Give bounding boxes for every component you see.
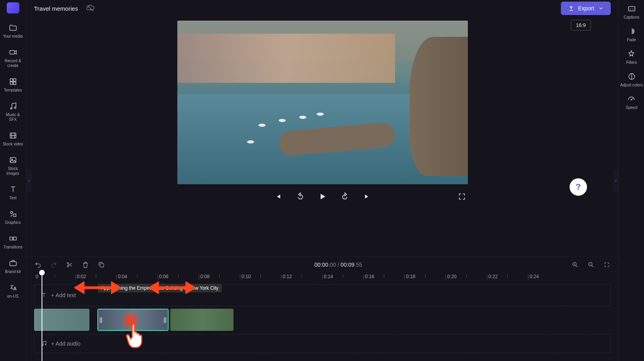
main-area: Travel memories Export 16:9 xyxy=(26,0,619,361)
tick-label: 0:18 xyxy=(406,274,415,279)
right-item-adjust-colors[interactable]: Adjust colors xyxy=(620,72,643,87)
camera-icon xyxy=(8,48,18,57)
audio-track[interactable]: + Add audio xyxy=(34,334,611,353)
svg-rect-3 xyxy=(10,82,12,84)
sidebar-item-stock-images[interactable]: Stock images xyxy=(1,152,25,179)
right-item-fade[interactable]: Fade xyxy=(627,27,636,42)
text-icon xyxy=(8,185,18,194)
svg-point-6 xyxy=(14,107,16,109)
video-preview[interactable] xyxy=(177,21,468,184)
tick-label: 0:10 xyxy=(241,274,251,279)
sidebar-label: Record & create xyxy=(2,59,24,68)
sidebar-label: Text xyxy=(9,196,16,201)
skip-forward-icon[interactable] xyxy=(361,191,373,202)
playhead[interactable] xyxy=(42,270,47,361)
language-icon xyxy=(8,283,18,292)
sidebar-item-your-media[interactable]: Your media xyxy=(1,20,25,42)
sidebar-label: Templates xyxy=(4,88,22,93)
filters-icon xyxy=(627,49,636,59)
aspect-ratio-badge[interactable]: 16:9 xyxy=(571,20,591,31)
playback-controls xyxy=(177,191,468,202)
tick-label: 0 xyxy=(36,274,38,279)
tick-label: 0:14 xyxy=(324,274,333,279)
sidebar-label: Graphics xyxy=(5,220,21,225)
svg-rect-17 xyxy=(100,264,104,267)
right-item-speed[interactable]: Speed xyxy=(626,94,637,110)
sidebar-item-transitions[interactable]: Transitions xyxy=(1,231,25,253)
app-logo[interactable] xyxy=(7,2,19,13)
speed-icon xyxy=(627,94,636,104)
video-clip-3[interactable] xyxy=(170,309,234,331)
right-sidebar: Captions Fade Filters Adjust colors Spee… xyxy=(619,0,644,361)
svg-rect-13 xyxy=(13,237,16,240)
svg-rect-11 xyxy=(13,214,15,216)
svg-point-15 xyxy=(67,262,69,264)
briefcase-icon xyxy=(8,258,18,268)
scissors-icon[interactable] xyxy=(66,261,74,269)
sidebar-label: Stock images xyxy=(2,166,24,176)
svg-rect-2 xyxy=(13,79,15,81)
svg-rect-12 xyxy=(9,237,12,240)
tick-label: 0:16 xyxy=(365,274,374,279)
svg-rect-4 xyxy=(13,82,15,84)
timeline-toolbar: 00:00.00 / 00:09.55 xyxy=(26,256,619,272)
svg-rect-22 xyxy=(628,7,635,11)
music-icon xyxy=(8,101,18,111)
fullscreen-icon[interactable] xyxy=(456,191,468,202)
expand-right-panel-handle[interactable] xyxy=(613,169,619,193)
expand-left-panel-handle[interactable] xyxy=(26,169,32,193)
cloud-off-icon[interactable] xyxy=(86,4,95,13)
skip-back-icon[interactable] xyxy=(272,191,284,202)
sidebar-label: Stock video xyxy=(3,142,23,147)
sidebar-item-graphics[interactable]: Graphics xyxy=(1,206,25,228)
help-button[interactable]: ? xyxy=(570,178,587,196)
chevron-down-icon xyxy=(598,6,604,11)
svg-point-16 xyxy=(67,265,69,267)
svg-point-10 xyxy=(10,212,12,214)
sidebar-label: Transitions xyxy=(3,245,23,250)
text-track[interactable]: + Add text Approaching the Empire State … xyxy=(34,284,611,306)
zoom-fit-icon[interactable] xyxy=(603,261,611,269)
trash-icon[interactable] xyxy=(82,261,89,269)
sidebar-item-brand-kit[interactable]: Brand kit xyxy=(1,255,25,277)
timeline-ruler[interactable]: 0 0:020:040:060:080:100:120:140:160:180:… xyxy=(34,272,619,284)
sidebar-label: Music & SFX xyxy=(2,113,24,122)
sidebar-item-stock-video[interactable]: Stock video xyxy=(1,128,25,150)
tick-label: 0:22 xyxy=(488,274,498,279)
folder-icon xyxy=(8,23,18,32)
tick-label: 0:24 xyxy=(530,274,539,279)
time-display: 00:00.00 / 00:09.55 xyxy=(314,262,362,268)
forward-icon[interactable] xyxy=(339,191,351,202)
rewind-icon[interactable] xyxy=(294,191,306,202)
film-icon xyxy=(8,131,18,140)
adjust-icon xyxy=(627,72,636,81)
sidebar-item-record-create[interactable]: Record & create xyxy=(1,44,25,71)
zoom-out-icon[interactable] xyxy=(587,261,595,269)
sidebar-item-text[interactable]: Text xyxy=(1,181,25,204)
timeline-area: 0 0:020:040:060:080:100:120:140:160:180:… xyxy=(26,272,619,361)
clip-trim-left-handle[interactable]: || xyxy=(99,315,103,325)
zoom-in-icon[interactable] xyxy=(571,261,579,269)
play-icon[interactable] xyxy=(317,191,329,202)
svg-rect-1 xyxy=(10,79,12,81)
video-track[interactable]: || || xyxy=(34,309,611,332)
templates-icon xyxy=(8,77,18,86)
clip-trim-right-handle[interactable]: || xyxy=(163,315,167,325)
duplicate-icon[interactable] xyxy=(97,261,105,269)
svg-point-5 xyxy=(10,108,12,109)
fade-icon xyxy=(627,27,636,36)
export-button[interactable]: Export xyxy=(561,2,611,15)
svg-rect-14 xyxy=(9,262,16,265)
top-bar: Travel memories Export xyxy=(26,0,619,17)
project-title[interactable]: Travel memories xyxy=(34,5,78,12)
graphics-icon xyxy=(8,209,18,219)
right-item-captions[interactable]: Captions xyxy=(624,4,639,19)
sidebar-item-language[interactable]: en-US xyxy=(1,280,25,302)
sidebar-label: en-US xyxy=(7,294,18,299)
redo-icon[interactable] xyxy=(50,261,58,269)
right-item-filters[interactable]: Filters xyxy=(626,49,637,65)
sidebar-item-templates[interactable]: Templates xyxy=(1,74,25,96)
image-icon xyxy=(8,155,18,165)
undo-icon[interactable] xyxy=(34,261,42,269)
sidebar-item-music-sfx[interactable]: Music & SFX xyxy=(1,98,25,125)
